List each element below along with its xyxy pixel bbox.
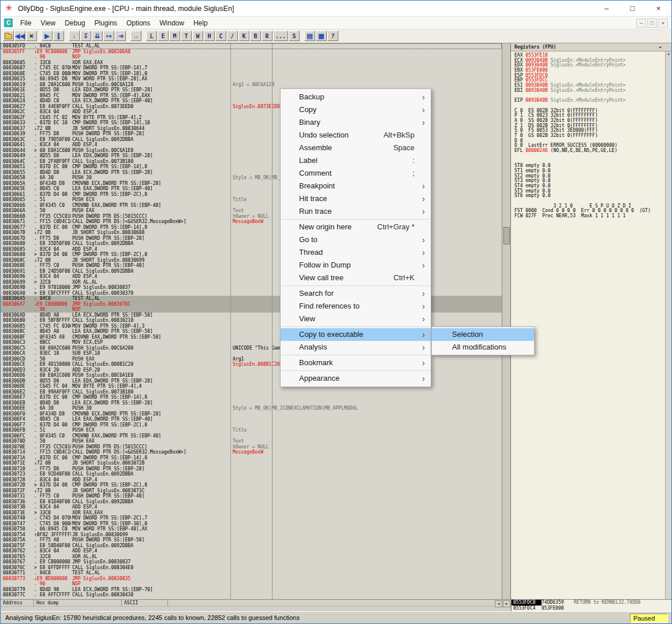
disasm-row[interactable]: 008306EB. 8D4D D8LEA ECX,DWORD PTR SS:[E…	[1, 400, 502, 406]
disasm-row[interactable]: 0083071E↓72 0BJB SHORT SiglusEn.0083072B	[1, 460, 502, 466]
menu-item-view-call-tree[interactable]: View call treeCtrl+K	[281, 272, 431, 284]
disasm-row[interactable]: 00830765. 32C0XOR AL,AL	[1, 554, 502, 560]
menu-item-comment[interactable]: Comment;	[281, 167, 431, 180]
disasm-row[interactable]: 0083070D. 50PUSH EAXText	[1, 439, 502, 444]
menu-item-go-to[interactable]: Go to›	[281, 233, 431, 246]
view-run-trace-button[interactable]: ...	[273, 31, 288, 41]
view-executables-button[interactable]: E	[158, 31, 169, 41]
disasm-row[interactable]: 0083071A. 837D EC 08CMP DWORD PTR SS:[EB…	[1, 455, 502, 461]
register-line[interactable]: EIP 0093040B SiglusEn.<ModuleEntryPoint>	[514, 98, 665, 103]
disasm-row[interactable]: 00830773↓E9 BD000000JMP SiglusEn.0083083…	[1, 576, 502, 582]
menu-item-bookmark[interactable]: Bookmark›	[281, 356, 431, 369]
menu-window[interactable]: Window	[155, 17, 189, 29]
disasm-row[interactable]: 00830767. E9 CB000000JMP SiglusEn.008308…	[1, 559, 502, 565]
disasm-row[interactable]: 00830605. 33C0XOR EAX,EAX	[1, 60, 502, 66]
view-log-button[interactable]: L	[146, 31, 157, 41]
options-appearance-button[interactable]: ▤	[304, 31, 315, 41]
minimize-button[interactable]: –	[593, 1, 619, 17]
disasm-row[interactable]: 0083073E> 33C0XOR EAX,EAX	[1, 510, 502, 516]
view-threads-button[interactable]: T	[181, 31, 192, 41]
menu-help[interactable]: Help	[189, 17, 212, 29]
menu-item-hit-trace[interactable]: Hit trace›	[281, 192, 431, 205]
disasm-row[interactable]: 0083072F↓72 0BJB SHORT SiglusEn.0083073C	[1, 488, 502, 494]
disasm-row[interactable]: 00830754↑0F82 3FFFFFFFJB SiglusEn.008306…	[1, 532, 502, 538]
view-handles-button[interactable]: H	[204, 31, 215, 41]
disasm-row[interactable]: 00830728. 83C4 04ADD ESP,4	[1, 477, 502, 483]
run-button[interactable]: ▶	[42, 31, 53, 41]
mdi-minimize-button[interactable]: –	[636, 18, 646, 28]
view-cpu-button[interactable]: C	[215, 31, 226, 41]
disasm-row[interactable]: 008305FF↓E9 9C000000JMP SiglusEn.008306A…	[1, 49, 502, 55]
disasm-row[interactable]: 0083073B. 83C4 04ADD ESP,4	[1, 504, 502, 510]
disasm-row[interactable]: . 90NOP	[1, 581, 502, 587]
menu-item-binary[interactable]: Binary›	[281, 116, 431, 129]
menu-item-copy[interactable]: Copy›	[281, 103, 431, 116]
disasm-row[interactable]: 00830619. 68 28A1C600PUSH SiglusEn.00C6A…	[1, 82, 502, 88]
menu-item-find-references-to[interactable]: Find references to›	[281, 300, 431, 313]
menu-file[interactable]: File	[16, 17, 36, 29]
menu-item-appearance[interactable]: Appearance›	[281, 372, 431, 385]
stack-pane[interactable]: 0553FDC074DD6359RETURN to KERNEL32.74DD6…	[511, 600, 671, 611]
scroll-left-icon[interactable]: ◄	[495, 600, 502, 607]
maximize-button[interactable]: □	[619, 1, 645, 17]
disasm-row[interactable]: 0083070E. FF35 CC5C0105PUSH DWORD PTR DS…	[1, 444, 502, 450]
disasm-row[interactable]: 0083075A. FF75 A8PUSH DWORD PTR SS:[EBP-…	[1, 537, 502, 543]
menu-debug[interactable]: Debug	[60, 17, 89, 29]
menu-options[interactable]: Options	[122, 17, 155, 29]
disasm-row[interactable]: 00830750. 66:8945 C0MOV WORD PTR SS:[EBP…	[1, 526, 502, 532]
disasm-row[interactable]: 008306F4. 8D45 C0LEA EAX,DWORD PTR SS:[E…	[1, 417, 502, 422]
disasm-row[interactable]: 008306EE. 6A 30PUSH 30Style = MB_OK|MB_I…	[1, 406, 502, 411]
disasm-row[interactable]: 008306FB. 51PUSH ECXTitle	[1, 428, 502, 433]
disasm-row[interactable]: 00830607. C745 EC 07000000MOV DWORD PTR …	[1, 65, 502, 71]
view-call-stack-button[interactable]: K	[238, 31, 249, 41]
menu-item-follow-in-dump[interactable]: Follow in Dump›	[281, 259, 431, 272]
submenu-item-all-modifications[interactable]: All modifications	[432, 341, 534, 354]
registers-scrollbar[interactable]: ▲	[665, 51, 671, 599]
view-breakpoints-button[interactable]: B	[250, 31, 261, 41]
pause-button[interactable]: ∥	[53, 31, 64, 41]
stack-row[interactable]: 0553FDC074DD6359RETURN to KERNEL32.74DD6	[512, 600, 671, 606]
disasm-row[interactable]: 00830731. FF75 C0PUSH DWORD PTR SS:[EBP-…	[1, 493, 502, 499]
menu-item-copy-to-executable[interactable]: Copy to executable›	[281, 328, 431, 341]
view-memory-button[interactable]: M	[169, 31, 180, 41]
disasm-row[interactable]: 00830723. E8 92D40F00CALL SiglusEn.0092D…	[1, 471, 502, 477]
go-to-address-button[interactable]: →	[130, 31, 141, 41]
register-line[interactable]: ST6 empty 0.0	[514, 194, 665, 199]
menu-item-label[interactable]: Label:	[281, 154, 431, 167]
disasm-row[interactable]: 008306F7. 837D D4 08CMP DWORD PTR SS:[EB…	[1, 422, 502, 428]
execute-till-return-button[interactable]: ⇥	[115, 31, 126, 41]
register-line[interactable]: T 0 GS 002B 32bit 0(FFFFFFFF)	[514, 133, 665, 139]
restart-button[interactable]: ◀◀	[14, 31, 25, 41]
menu-plugins[interactable]: Plugins	[90, 17, 122, 29]
options-debugging-button[interactable]: ▦	[316, 31, 327, 41]
disasm-row[interactable]: 0083077C. E8 AFFCFFFFCALL SiglusEn.00830…	[1, 592, 502, 598]
view-windows-button[interactable]: W	[192, 31, 203, 41]
dump-pane[interactable]: AddressHex dumpASCII 00C8F0002E 3F 43 00…	[1, 600, 511, 611]
disasm-row[interactable]: 0083075F. E8 58D40F00CALL SiglusEn.0092D…	[1, 543, 502, 549]
step-into-button[interactable]: ↓	[69, 31, 80, 41]
disasm-row[interactable]: 00830779. 8D4D 90LEA ECX,DWORD PTR SS:[E…	[1, 587, 502, 593]
trace-over-button[interactable]: ↦	[103, 31, 114, 41]
submenu-item-selection[interactable]: Selection	[432, 328, 534, 341]
step-over-button[interactable]: ↧	[80, 31, 91, 41]
close-program-button[interactable]: ✕	[26, 31, 37, 41]
stack-row[interactable]: 0553FDC4053FE000	[512, 606, 671, 611]
view-patches-button[interactable]: /	[227, 31, 238, 41]
scrollbar-thumb[interactable]	[503, 227, 510, 244]
menu-item-new-origin-here[interactable]: New origin hereCtrl+Gray *	[281, 221, 431, 233]
menu-item-thread[interactable]: Thread›	[281, 246, 431, 259]
open-file-button[interactable]	[3, 31, 14, 41]
disasm-row[interactable]: 008306E2. E8 99AAF0FFCALL SiglusEn.0073B…	[1, 389, 502, 395]
scroll-right-icon[interactable]: ►	[503, 600, 510, 607]
menu-item-analysis[interactable]: Analysis›	[281, 341, 431, 354]
disasm-row[interactable]: . 90NOP	[1, 54, 502, 60]
close-button[interactable]: ×	[645, 1, 671, 17]
menu-item-undo-selection[interactable]: Undo selectionAlt+BkSp	[281, 129, 431, 142]
menu-item-backup[interactable]: Backup›	[281, 91, 431, 103]
disasm-row[interactable]: 00830762. 83C4 04ADD ESP,4	[1, 548, 502, 554]
disasm-row[interactable]: 008306F0. 0F434D D8CMOVNB ECX,DWORD PTR …	[1, 411, 502, 417]
mdi-close-button[interactable]: ×	[658, 18, 668, 28]
view-references-button[interactable]: R	[262, 31, 272, 41]
menu-item-run-trace[interactable]: Run trace›	[281, 205, 431, 218]
disasm-row[interactable]: 00830747. C745 D0 00000000MOV DWORD PTR …	[1, 521, 502, 527]
